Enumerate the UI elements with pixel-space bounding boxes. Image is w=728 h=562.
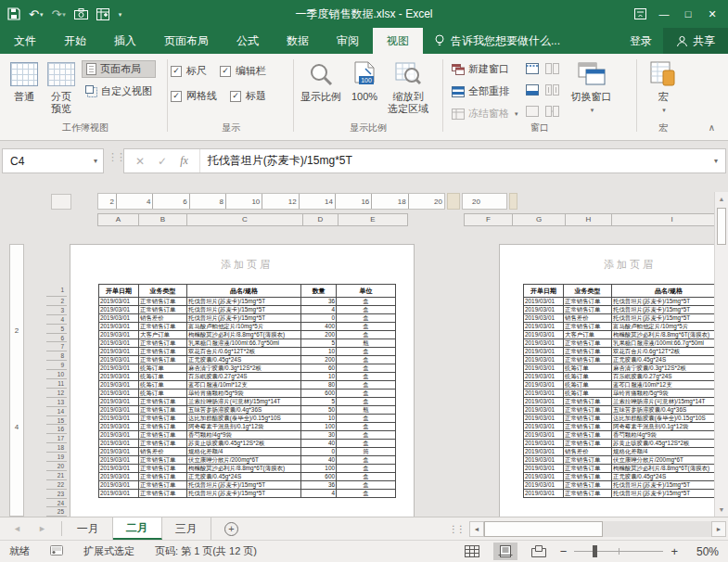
row-header[interactable]: 2 xyxy=(46,297,67,306)
page-layout-view-shortcut-button[interactable] xyxy=(493,543,517,560)
row-header[interactable]: 11 xyxy=(46,379,67,389)
table-row[interactable]: 2019/03/01 大客户订单 枸橼酸莫沙必利片/8.8mg*6T(薄膜衣) … xyxy=(524,331,715,339)
save-button[interactable] xyxy=(7,7,20,20)
row-header[interactable]: 20 xyxy=(46,462,67,471)
ribbon-tab[interactable]: 审阅 xyxy=(323,28,373,54)
ribbon-tab[interactable]: 开始 xyxy=(50,28,100,54)
row-header[interactable]: 3 xyxy=(46,306,67,315)
reset-window-position-button[interactable] xyxy=(545,105,560,118)
maximize-button[interactable]: □ xyxy=(676,0,700,28)
table-row[interactable]: 2019/03/01 统筹订单 蓝芩口服液/10ml*12支 80 盒 xyxy=(99,381,396,390)
sign-in-button[interactable]: 登录 xyxy=(619,33,663,49)
ribbon-tab[interactable]: 数据 xyxy=(273,28,323,54)
view-macros-qat-button[interactable] xyxy=(96,8,109,20)
row-header[interactable]: 8 xyxy=(46,351,67,361)
table-row[interactable]: 2019/03/01 销售差价 托伐普坦片(苏麦卡)/15mg*5T 0 盒 xyxy=(524,314,715,323)
ribbon-tab[interactable]: 文件 xyxy=(0,28,50,54)
column-header[interactable]: C xyxy=(187,213,303,226)
row-header[interactable]: 19 xyxy=(46,453,67,462)
table-row[interactable]: 2019/03/01 正常销售订单 枸橼酸莫沙必利片/8.8mg*6T(薄膜衣)… xyxy=(524,465,715,473)
custom-views-button[interactable]: 自定义视图 xyxy=(82,83,156,99)
table-row[interactable]: 2019/03/01 正常销售订单 伏立康唑分散片/200mg*6T 40 盒 xyxy=(99,456,396,465)
page-layout-view-button[interactable]: 页面布局 xyxy=(82,60,156,78)
sheet-tab[interactable]: 三月 xyxy=(162,517,211,540)
expand-formula-bar-icon[interactable]: ▾ xyxy=(714,157,725,165)
zoom-button[interactable]: 显示比例 xyxy=(296,57,346,106)
close-button[interactable]: ✕ xyxy=(700,0,724,28)
name-box[interactable]: C4 ▾ xyxy=(2,148,104,173)
row-header[interactable]: 12 xyxy=(46,389,67,398)
table-row[interactable]: 2019/03/01 正常销售订单 正元胶囊/0.45g*24S 200 盒 xyxy=(99,356,396,364)
column-header[interactable]: A xyxy=(97,213,139,226)
table-row[interactable]: 2019/03/01 正常销售订单 正元胶囊/0.45g*24S 200 盒 xyxy=(524,356,715,364)
sheet-tab[interactable]: 一月 xyxy=(64,517,113,540)
zoom-slider-thumb[interactable] xyxy=(593,545,597,557)
new-sheet-button[interactable]: + xyxy=(224,517,238,540)
row-header[interactable]: 23 xyxy=(46,490,67,499)
table-row[interactable]: 2019/03/01 正常销售订单 托伐普坦片(苏麦卡)/15mg*5T 36 … xyxy=(524,481,715,490)
row-header[interactable]: 13 xyxy=(46,398,67,407)
table-row[interactable]: 2019/03/01 正常销售订单 托伐普坦片(苏麦卡)/15mg*5T 36 … xyxy=(99,481,396,490)
table-row[interactable]: 2019/03/01 正常销售订单 双花百合片/0.6g*12T*2板 10 盒 xyxy=(99,348,396,356)
zoom-100-button[interactable]: 100 100% xyxy=(346,57,383,106)
table-row[interactable]: 2019/03/01 统筹订单 荜铃胃痛颗粒/5g*9袋 600 盒 xyxy=(99,390,396,398)
share-button[interactable]: 共享 xyxy=(663,28,728,54)
table-row[interactable]: 2019/03/01 正常销售订单 乳果糖口服溶液/100ml:66.7g*50… xyxy=(524,339,715,348)
macros-button[interactable]: 宏▾ xyxy=(645,57,682,119)
table-row[interactable]: 2019/03/01 正常销售订单 富马酸卢帕他定片/10mg*5片 400 盒 xyxy=(99,323,396,331)
row-header[interactable]: 14 xyxy=(46,407,67,416)
table-row[interactable]: 2019/03/01 正常销售订单 乳果糖口服溶液/100ml:66.7g*50… xyxy=(99,339,396,348)
row-header[interactable]: 6 xyxy=(46,334,67,343)
page-break-preview-button[interactable]: 分页预览 xyxy=(43,57,80,118)
row-header[interactable]: 10 xyxy=(46,370,67,379)
zoom-to-selection-button[interactable]: 缩放到选定区域 xyxy=(383,57,433,118)
table-row[interactable]: 2019/03/01 正常销售订单 正元胶囊/0.45g*24S 600 盒 xyxy=(99,473,396,481)
table-row[interactable]: 2019/03/01 统筹订单 百乐眠胶囊/0.27g*24S 10 盒 xyxy=(524,373,715,381)
tab-scroll-right-icon[interactable]: ► xyxy=(38,524,46,533)
table-row[interactable]: 2019/03/01 正常销售订单 达比加群酯胶囊(泰毕全)/0.15g*10S… xyxy=(524,415,715,423)
scrollbar-grip-icon[interactable]: ⋮⋮ xyxy=(449,524,464,534)
table-row[interactable]: 2019/03/01 统筹订单 百乐眠胶囊/0.27g*24S 10 盒 xyxy=(99,373,396,381)
table-row[interactable]: 2019/03/01 正常销售订单 托伐普坦片(苏麦卡)/15mg*5T 4 盒 xyxy=(524,490,715,498)
table-row[interactable]: 2019/03/01 正常销售订单 香芍颗粒/4g*9袋 30 盒 xyxy=(99,431,396,440)
ribbon-tab[interactable]: 插入 xyxy=(100,28,150,54)
redo-button[interactable]: ↷▾ xyxy=(51,8,65,20)
row-header[interactable]: 9 xyxy=(46,361,67,370)
zoom-out-button[interactable]: − xyxy=(560,544,568,558)
hide-window-button[interactable] xyxy=(525,83,540,96)
undo-button[interactable]: ↶▾ xyxy=(29,8,43,20)
camera-button[interactable] xyxy=(74,8,88,19)
table-row[interactable]: 2019/03/01 正常销售订单 达比加群酯胶囊(泰毕全)/0.15g*10S… xyxy=(99,415,396,423)
table-row[interactable]: 2019/03/01 正常销售订单 五味苦参肠溶胶囊/0.4g*36S 50 瓶 xyxy=(524,406,715,415)
normal-view-shortcut-button[interactable] xyxy=(460,543,484,560)
table-row[interactable]: 2019/03/01 正常销售订单 托伐普坦片(苏麦卡)/15mg*5T 36 … xyxy=(524,298,715,306)
collapse-ribbon-button[interactable]: ∧ xyxy=(709,122,715,133)
macro-record-icon[interactable] xyxy=(50,545,63,557)
table-row[interactable]: 2019/03/01 正常销售订单 阿奇霉素干混悬剂/0.1g*12袋 100 … xyxy=(99,423,396,431)
horizontal-scrollbar-thumb[interactable] xyxy=(484,521,603,537)
scroll-left-icon[interactable]: ◄ xyxy=(469,521,484,537)
enter-entry-icon[interactable]: ✓ xyxy=(158,155,167,168)
add-header-placeholder[interactable]: 添加页眉 xyxy=(98,258,395,272)
table-row[interactable]: 2019/03/01 正常销售订单 富马酸卢帕他定片/10mg*5片 400 盒 xyxy=(524,323,715,331)
column-header[interactable]: H xyxy=(566,213,612,226)
row-header[interactable]: 17 xyxy=(46,434,67,443)
row-header[interactable]: 1 xyxy=(46,283,67,297)
table-row[interactable]: 2019/03/01 正常销售订单 托伐普坦片(苏麦卡)/15mg*5T 4 盒 xyxy=(99,306,396,314)
freeze-panes-button[interactable]: 冻结窗格 ▾ xyxy=(448,106,522,121)
table-row[interactable]: 2019/03/01 正常销售订单 双花百合片/0.6g*12T*2板 10 盒 xyxy=(524,348,715,356)
gridlines-checkbox[interactable]: ✓网格线 xyxy=(171,89,217,103)
insert-function-icon[interactable]: fx xyxy=(180,154,188,168)
horizontal-scrollbar[interactable]: ⋮⋮ ◄ ► xyxy=(449,517,728,540)
tab-scroll-left-icon[interactable]: ◄ xyxy=(13,524,21,533)
row-header[interactable]: 21 xyxy=(46,471,67,480)
column-header[interactable]: G xyxy=(513,213,566,226)
table-row[interactable]: 2019/03/01 正常销售订单 正元胶囊/0.45g*24S 600 盒 xyxy=(524,473,715,481)
sheet-tab[interactable]: 二月 xyxy=(113,517,162,540)
normal-view-button[interactable]: 普通 xyxy=(6,57,43,106)
table-row[interactable]: 2019/03/01 正常销售订单 枸橼酸莫沙必利片/8.8mg*6T(薄膜衣)… xyxy=(99,465,396,473)
cancel-entry-icon[interactable]: ✕ xyxy=(135,155,145,168)
scroll-down-icon[interactable]: ▼ xyxy=(715,503,728,517)
table-row[interactable]: 2019/03/01 销售差价 托伐普坦片(苏麦卡)/15mg*5T 0 盒 xyxy=(99,314,396,323)
table-row[interactable]: 2019/03/01 正常销售订单 阿奇霉素干混悬剂/0.1g*12袋 100 … xyxy=(524,423,715,431)
